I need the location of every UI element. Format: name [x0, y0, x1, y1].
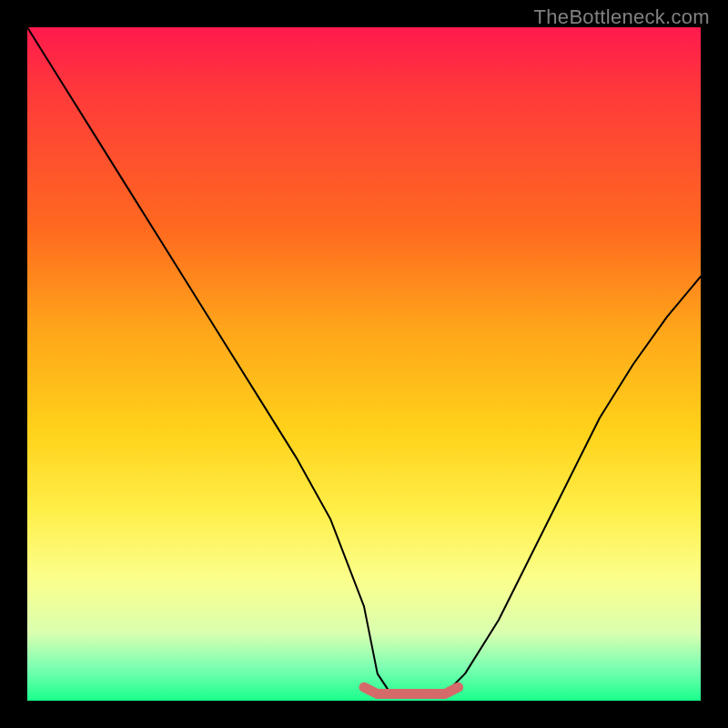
bottleneck-curve: [27, 27, 701, 694]
plot-area: [27, 27, 701, 701]
curve-layer: [27, 27, 701, 701]
optimal-band: [364, 687, 459, 693]
chart-frame: TheBottleneck.com: [0, 0, 728, 728]
watermark-text: TheBottleneck.com: [534, 5, 710, 29]
